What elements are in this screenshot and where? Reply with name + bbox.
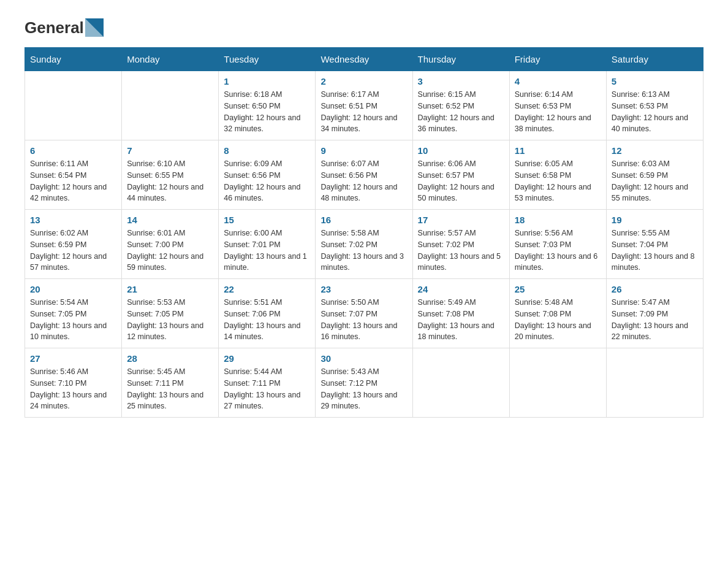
day-info: Sunrise: 5:49 AMSunset: 7:08 PMDaylight:…	[418, 297, 504, 343]
calendar-cell: 16Sunrise: 5:58 AMSunset: 7:02 PMDayligh…	[316, 210, 412, 279]
day-number: 24	[418, 284, 504, 294]
day-number: 21	[127, 284, 213, 294]
day-info: Sunrise: 6:11 AMSunset: 6:54 PMDaylight:…	[30, 158, 116, 204]
day-number: 10	[418, 145, 504, 156]
calendar-header-friday: Friday	[509, 48, 606, 71]
calendar-header-thursday: Thursday	[412, 48, 509, 71]
calendar-header-saturday: Saturday	[606, 48, 703, 71]
day-info: Sunrise: 6:07 AMSunset: 6:56 PMDaylight:…	[320, 158, 407, 204]
calendar-cell: 7Sunrise: 6:10 AMSunset: 6:55 PMDaylight…	[122, 140, 219, 210]
calendar-cell: 26Sunrise: 5:47 AMSunset: 7:09 PMDayligh…	[606, 279, 703, 348]
day-info: Sunrise: 6:01 AMSunset: 7:00 PMDaylight:…	[127, 228, 213, 274]
day-number: 27	[30, 353, 116, 364]
day-number: 20	[30, 284, 116, 294]
calendar-cell	[25, 71, 122, 140]
day-number: 15	[224, 215, 310, 225]
calendar-cell: 1Sunrise: 6:18 AMSunset: 6:50 PMDaylight…	[219, 71, 316, 140]
calendar-header-row: SundayMondayTuesdayWednesdayThursdayFrid…	[25, 48, 703, 71]
day-number: 2	[320, 76, 407, 86]
day-info: Sunrise: 5:56 AMSunset: 7:03 PMDaylight:…	[515, 228, 601, 274]
day-number: 14	[127, 215, 213, 225]
day-number: 29	[224, 353, 310, 364]
day-info: Sunrise: 6:09 AMSunset: 6:56 PMDaylight:…	[224, 158, 310, 204]
day-number: 19	[612, 215, 698, 225]
calendar-cell: 12Sunrise: 6:03 AMSunset: 6:59 PMDayligh…	[606, 140, 703, 210]
calendar-cell: 30Sunrise: 5:43 AMSunset: 7:12 PMDayligh…	[316, 348, 412, 418]
calendar-cell: 10Sunrise: 6:06 AMSunset: 6:57 PMDayligh…	[412, 140, 509, 210]
day-info: Sunrise: 6:18 AMSunset: 6:50 PMDaylight:…	[224, 89, 310, 135]
day-info: Sunrise: 6:17 AMSunset: 6:51 PMDaylight:…	[320, 89, 407, 135]
logo-general-text: General	[25, 18, 84, 37]
day-number: 4	[515, 76, 601, 86]
calendar-cell: 5Sunrise: 6:13 AMSunset: 6:53 PMDaylight…	[606, 71, 703, 140]
calendar-cell	[509, 348, 606, 418]
day-number: 11	[515, 145, 601, 156]
calendar-cell	[606, 348, 703, 418]
calendar-cell: 13Sunrise: 6:02 AMSunset: 6:59 PMDayligh…	[25, 210, 122, 279]
day-info: Sunrise: 5:47 AMSunset: 7:09 PMDaylight:…	[612, 297, 698, 343]
day-number: 1	[224, 76, 310, 86]
calendar-cell: 28Sunrise: 5:45 AMSunset: 7:11 PMDayligh…	[122, 348, 219, 418]
day-number: 16	[320, 215, 407, 225]
day-info: Sunrise: 6:02 AMSunset: 6:59 PMDaylight:…	[30, 228, 116, 274]
day-number: 3	[418, 76, 504, 86]
calendar-cell: 21Sunrise: 5:53 AMSunset: 7:05 PMDayligh…	[122, 279, 219, 348]
day-number: 12	[612, 145, 698, 156]
calendar-header-tuesday: Tuesday	[219, 48, 316, 71]
calendar-cell: 14Sunrise: 6:01 AMSunset: 7:00 PMDayligh…	[122, 210, 219, 279]
calendar-cell: 3Sunrise: 6:15 AMSunset: 6:52 PMDaylight…	[412, 71, 509, 140]
day-number: 9	[320, 145, 407, 156]
calendar-week-3: 13Sunrise: 6:02 AMSunset: 6:59 PMDayligh…	[25, 210, 703, 279]
day-number: 8	[224, 145, 310, 156]
day-info: Sunrise: 5:45 AMSunset: 7:11 PMDaylight:…	[127, 366, 213, 412]
day-info: Sunrise: 6:14 AMSunset: 6:53 PMDaylight:…	[515, 89, 601, 135]
day-info: Sunrise: 5:53 AMSunset: 7:05 PMDaylight:…	[127, 297, 213, 343]
day-number: 28	[127, 353, 213, 364]
day-number: 30	[320, 353, 407, 364]
day-info: Sunrise: 5:48 AMSunset: 7:08 PMDaylight:…	[515, 297, 601, 343]
calendar-cell: 6Sunrise: 6:11 AMSunset: 6:54 PMDaylight…	[25, 140, 122, 210]
day-info: Sunrise: 5:51 AMSunset: 7:06 PMDaylight:…	[224, 297, 310, 343]
day-info: Sunrise: 5:50 AMSunset: 7:07 PMDaylight:…	[320, 297, 407, 343]
page-header: General	[25, 18, 703, 35]
logo: General	[25, 18, 104, 35]
day-info: Sunrise: 6:00 AMSunset: 7:01 PMDaylight:…	[224, 228, 310, 274]
calendar-cell: 19Sunrise: 5:55 AMSunset: 7:04 PMDayligh…	[606, 210, 703, 279]
calendar-cell: 22Sunrise: 5:51 AMSunset: 7:06 PMDayligh…	[219, 279, 316, 348]
day-info: Sunrise: 6:03 AMSunset: 6:59 PMDaylight:…	[612, 158, 698, 204]
day-number: 25	[515, 284, 601, 294]
day-number: 22	[224, 284, 310, 294]
calendar-cell: 18Sunrise: 5:56 AMSunset: 7:03 PMDayligh…	[509, 210, 606, 279]
calendar-cell: 24Sunrise: 5:49 AMSunset: 7:08 PMDayligh…	[412, 279, 509, 348]
day-info: Sunrise: 5:46 AMSunset: 7:10 PMDaylight:…	[30, 366, 116, 412]
day-info: Sunrise: 5:44 AMSunset: 7:11 PMDaylight:…	[224, 366, 310, 412]
calendar-week-2: 6Sunrise: 6:11 AMSunset: 6:54 PMDaylight…	[25, 140, 703, 210]
day-info: Sunrise: 5:57 AMSunset: 7:02 PMDaylight:…	[418, 228, 504, 274]
day-info: Sunrise: 6:15 AMSunset: 6:52 PMDaylight:…	[418, 89, 504, 135]
day-info: Sunrise: 5:54 AMSunset: 7:05 PMDaylight:…	[30, 297, 116, 343]
calendar-cell: 23Sunrise: 5:50 AMSunset: 7:07 PMDayligh…	[316, 279, 412, 348]
calendar-cell: 11Sunrise: 6:05 AMSunset: 6:58 PMDayligh…	[509, 140, 606, 210]
day-info: Sunrise: 5:43 AMSunset: 7:12 PMDaylight:…	[320, 366, 407, 412]
calendar-week-5: 27Sunrise: 5:46 AMSunset: 7:10 PMDayligh…	[25, 348, 703, 418]
day-number: 23	[320, 284, 407, 294]
day-info: Sunrise: 6:06 AMSunset: 6:57 PMDaylight:…	[418, 158, 504, 204]
calendar-cell: 15Sunrise: 6:00 AMSunset: 7:01 PMDayligh…	[219, 210, 316, 279]
day-number: 5	[612, 76, 698, 86]
calendar-cell: 4Sunrise: 6:14 AMSunset: 6:53 PMDaylight…	[509, 71, 606, 140]
day-number: 18	[515, 215, 601, 225]
day-number: 26	[612, 284, 698, 294]
calendar-cell: 2Sunrise: 6:17 AMSunset: 6:51 PMDaylight…	[316, 71, 412, 140]
day-number: 7	[127, 145, 213, 156]
day-number: 13	[30, 215, 116, 225]
day-info: Sunrise: 6:05 AMSunset: 6:58 PMDaylight:…	[515, 158, 601, 204]
calendar-header-sunday: Sunday	[25, 48, 122, 71]
calendar-cell: 9Sunrise: 6:07 AMSunset: 6:56 PMDaylight…	[316, 140, 412, 210]
day-number: 17	[418, 215, 504, 225]
calendar-cell: 27Sunrise: 5:46 AMSunset: 7:10 PMDayligh…	[25, 348, 122, 418]
calendar-cell: 17Sunrise: 5:57 AMSunset: 7:02 PMDayligh…	[412, 210, 509, 279]
calendar-week-4: 20Sunrise: 5:54 AMSunset: 7:05 PMDayligh…	[25, 279, 703, 348]
day-info: Sunrise: 6:13 AMSunset: 6:53 PMDaylight:…	[612, 89, 698, 135]
calendar-cell: 29Sunrise: 5:44 AMSunset: 7:11 PMDayligh…	[219, 348, 316, 418]
calendar-header-wednesday: Wednesday	[316, 48, 412, 71]
